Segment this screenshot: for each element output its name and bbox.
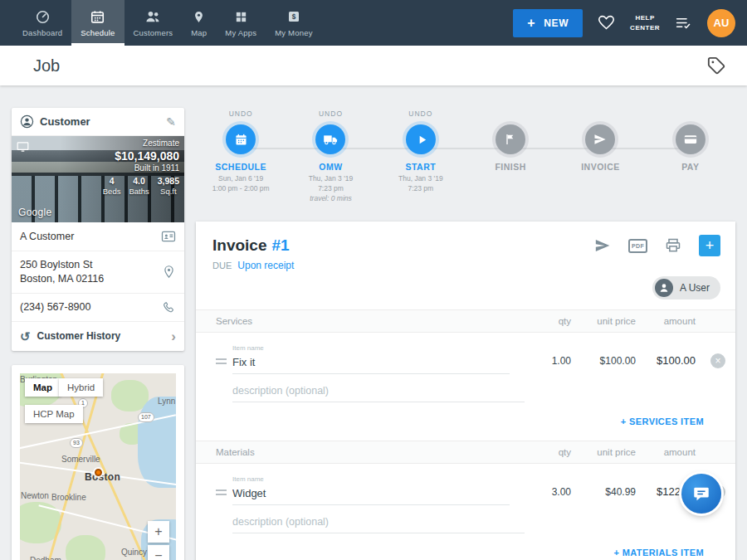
- nav-item-schedule[interactable]: Schedule: [71, 0, 124, 46]
- service-description-input[interactable]: [232, 383, 525, 402]
- play-icon: [416, 134, 428, 146]
- material-name-input[interactable]: [232, 485, 510, 505]
- undo-omw-button[interactable]: UNDO: [319, 110, 343, 120]
- nav-item-my-money[interactable]: $ My Money: [266, 0, 321, 46]
- nav-label: My Money: [275, 28, 312, 37]
- nav-item-dashboard[interactable]: Dashboard: [13, 0, 71, 46]
- plus-icon: +: [527, 16, 535, 31]
- undo-start-button[interactable]: UNDO: [408, 110, 432, 120]
- built-year: Built in 1911: [103, 163, 179, 174]
- step-label: FINISH: [495, 162, 525, 172]
- hcp-map-button[interactable]: HCP Map: [25, 405, 83, 423]
- map-canvas[interactable]: 93 107 1 Burlington Lynn Somerville Bost…: [20, 373, 176, 560]
- schedule-step-button[interactable]: [226, 124, 256, 154]
- service-unit-price[interactable]: $100.00: [571, 355, 636, 374]
- material-unit-price[interactable]: $40.99: [571, 486, 636, 505]
- due-label: DUE: [212, 261, 232, 270]
- zoom-out-button[interactable]: −: [148, 545, 169, 560]
- highway-shield: 107: [138, 412, 154, 422]
- add-invoice-button[interactable]: +: [699, 235, 720, 256]
- nav-item-customers[interactable]: Customers: [124, 0, 183, 46]
- flag-icon: [504, 133, 517, 146]
- map-widget: 93 107 1 Burlington Lynn Somerville Bost…: [12, 365, 184, 560]
- due-terms-link[interactable]: Upon receipt: [237, 260, 294, 271]
- activity-feed-icon[interactable]: [675, 14, 692, 32]
- new-button[interactable]: + NEW: [513, 9, 583, 37]
- remove-item-icon[interactable]: ×: [710, 353, 725, 368]
- zoom-in-button[interactable]: +: [148, 521, 169, 543]
- zestimate-block: Zestimate $10,149,080 Built in 1911 4Bed…: [103, 139, 179, 197]
- zestimate-label: Zestimate: [103, 139, 179, 149]
- step-finish: FINISH: [466, 110, 555, 204]
- nav-item-map[interactable]: Map: [182, 0, 216, 46]
- page-header: Job: [0, 46, 747, 85]
- item-name-field: Item name: [232, 475, 521, 505]
- health-heart-icon[interactable]: [598, 14, 615, 32]
- step-time: 7:23 pm: [309, 184, 354, 194]
- customer-phone-row: (234) 567-8900: [12, 294, 184, 322]
- invoice-header: Invoice #1 PDF +: [196, 222, 735, 258]
- omw-step-button[interactable]: [315, 124, 345, 154]
- map-label-newton: Newton: [21, 491, 49, 500]
- step-detail: Sun, Jan 6 '19 1:00 pm - 2:00 pm: [212, 174, 270, 194]
- service-description-row: [196, 374, 735, 402]
- print-icon[interactable]: [665, 237, 681, 254]
- chat-bubble-icon: [692, 485, 710, 503]
- nav-label: Dashboard: [22, 28, 62, 37]
- chat-support-button[interactable]: [681, 474, 721, 514]
- job-location-marker[interactable]: [95, 469, 102, 476]
- invoice-step-button[interactable]: [585, 124, 615, 154]
- service-amount: $100.00: [636, 354, 696, 374]
- assigned-user-pill[interactable]: A User: [652, 276, 720, 299]
- drag-handle[interactable]: [216, 356, 232, 374]
- drag-handle[interactable]: [216, 487, 232, 505]
- step-pay: PAY: [646, 110, 735, 204]
- pay-step-button[interactable]: [676, 124, 706, 154]
- service-line-item: Item name 1.00 $100.00 $100.00 ×: [196, 333, 735, 374]
- help-line2: CENTER: [630, 23, 660, 32]
- customer-card-header: Customer ✎: [12, 108, 184, 136]
- qty-column-header: qty: [521, 447, 571, 457]
- apps-grid-icon: [234, 8, 248, 25]
- property-stats: 4Beds 4.0Baths 3,985Sq.ft: [103, 176, 179, 197]
- help-center-button[interactable]: HELP CENTER: [630, 13, 660, 32]
- finish-step-button[interactable]: [496, 124, 525, 154]
- phone-icon[interactable]: [162, 300, 176, 314]
- baths-label: Baths: [129, 187, 149, 197]
- service-qty[interactable]: 1.00: [521, 355, 571, 374]
- start-step-button[interactable]: [406, 124, 436, 154]
- step-invoice: INVOICE: [555, 110, 645, 204]
- qty-column-header: qty: [521, 316, 571, 326]
- address-line2: Boston, MA 02116: [20, 272, 162, 286]
- nav-item-my-apps[interactable]: My Apps: [216, 0, 266, 46]
- add-materials-item-link[interactable]: + MATERIALS ITEM: [613, 548, 704, 558]
- contact-card-icon[interactable]: [161, 229, 176, 244]
- step-label: INVOICE: [581, 162, 620, 172]
- step-start: UNDO START Thu, Jan 3 '19 7:23 pm: [376, 110, 466, 204]
- customer-history-button[interactable]: ↺ Customer History ›: [12, 322, 184, 351]
- new-button-label: NEW: [544, 17, 569, 29]
- svg-text:$: $: [292, 13, 296, 21]
- material-description-input[interactable]: [232, 514, 525, 533]
- location-pin-icon[interactable]: [162, 265, 176, 279]
- user-avatar[interactable]: AU: [707, 9, 735, 37]
- property-photo: Zestimate $10,149,080 Built in 1911 4Bed…: [12, 136, 184, 222]
- map-type-map-button[interactable]: Map: [25, 378, 61, 397]
- send-invoice-icon[interactable]: [594, 237, 611, 254]
- map-pin-icon: [192, 8, 206, 25]
- edit-pencil-icon[interactable]: ✎: [166, 115, 176, 129]
- step-detail: Thu, Jan 3 '19 7:23 pm: [398, 174, 443, 194]
- service-name-input[interactable]: [232, 354, 510, 374]
- step-date: Sun, Jan 6 '19: [212, 174, 270, 184]
- map-type-hybrid-button[interactable]: Hybrid: [59, 378, 103, 397]
- job-tags-icon[interactable]: [707, 56, 725, 75]
- add-services-item-link[interactable]: + SERVICES ITEM: [621, 416, 704, 426]
- step-date: Thu, Jan 3 '19: [398, 174, 443, 184]
- credit-card-icon: [683, 132, 698, 147]
- add-service-row: + SERVICES ITEM: [196, 402, 735, 441]
- user-avatar-icon: [655, 279, 673, 297]
- undo-schedule-button[interactable]: UNDO: [229, 110, 253, 120]
- pdf-icon[interactable]: PDF: [628, 239, 647, 253]
- material-qty[interactable]: 3.00: [521, 486, 571, 505]
- customer-address: 250 Boylston St Boston, MA 02116: [20, 258, 162, 286]
